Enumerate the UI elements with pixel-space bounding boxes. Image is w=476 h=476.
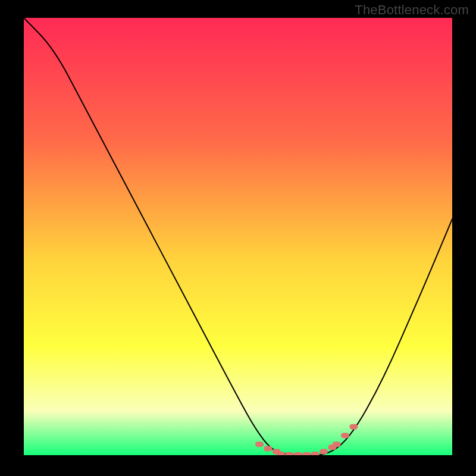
- curve-marker: [302, 452, 311, 455]
- curve-marker: [294, 452, 302, 455]
- watermark-text: TheBottleneck.com: [355, 2, 469, 18]
- curve-marker: [320, 449, 328, 455]
- curve-marker: [349, 424, 358, 430]
- curve-marker: [285, 452, 293, 455]
- curve-marker: [277, 452, 285, 455]
- gradient-background: [24, 18, 452, 455]
- curve-marker: [255, 441, 264, 447]
- chart-container: [24, 18, 452, 455]
- curve-marker: [341, 433, 349, 438]
- chart-svg: [24, 18, 452, 455]
- curve-marker: [264, 446, 272, 451]
- curve-marker: [333, 441, 341, 447]
- curve-marker: [311, 452, 320, 455]
